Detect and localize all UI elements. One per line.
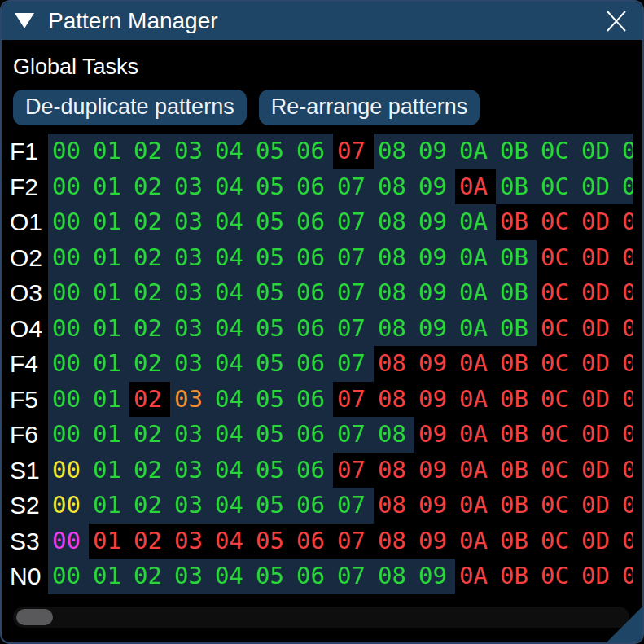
pattern-cell[interactable]: 0B — [496, 453, 537, 488]
pattern-cell[interactable]: 0E — [618, 134, 633, 169]
pattern-cell[interactable]: 04 — [211, 311, 252, 347]
pattern-cell[interactable]: 05 — [252, 275, 292, 311]
pattern-cell[interactable]: 06 — [292, 346, 333, 382]
pattern-cell[interactable]: 08 — [374, 240, 414, 276]
pattern-cell[interactable]: 09 — [414, 382, 455, 418]
pattern-cell[interactable]: 0D — [577, 204, 618, 240]
pattern-cell[interactable]: 03 — [170, 417, 211, 453]
pattern-cell[interactable]: 0B — [496, 382, 537, 418]
pattern-cell[interactable]: 02 — [129, 275, 170, 311]
pattern-cell[interactable]: 01 — [89, 453, 129, 488]
pattern-cell[interactable]: 0A — [455, 169, 496, 205]
pattern-cell[interactable]: 03 — [170, 169, 211, 205]
pattern-cell[interactable]: 05 — [252, 311, 292, 347]
pattern-cell[interactable]: 04 — [211, 240, 252, 276]
pattern-cell[interactable]: 0C — [537, 346, 577, 382]
pattern-cell[interactable]: 08 — [374, 417, 414, 453]
pattern-cell[interactable]: 0B — [496, 524, 537, 559]
pattern-cell[interactable]: 0A — [455, 204, 496, 240]
pattern-cell[interactable]: 0E — [618, 417, 633, 453]
pattern-cell[interactable]: 0B — [496, 417, 537, 453]
pattern-cell[interactable]: 0B — [496, 169, 537, 205]
pattern-cell[interactable]: 03 — [170, 524, 211, 559]
pattern-cell[interactable]: 0B — [496, 488, 537, 524]
pattern-cell[interactable]: 07 — [333, 346, 374, 382]
pattern-cell[interactable]: 0A — [455, 417, 496, 453]
pattern-cell[interactable]: 02 — [129, 311, 170, 347]
pattern-cell[interactable]: 03 — [170, 275, 211, 311]
pattern-cell[interactable]: 03 — [170, 488, 211, 524]
rearrange-patterns-button[interactable]: Re-arrange patterns — [259, 90, 480, 125]
pattern-cell[interactable]: 06 — [292, 488, 333, 524]
pattern-cell[interactable]: 09 — [414, 346, 455, 382]
pattern-cell[interactable]: 0A — [455, 488, 496, 524]
pattern-cell[interactable]: 0E — [618, 488, 633, 524]
pattern-cell[interactable]: 08 — [374, 169, 414, 205]
pattern-cell[interactable]: 01 — [89, 311, 129, 347]
pattern-cell[interactable]: 04 — [211, 559, 252, 594]
pattern-cell[interactable]: 01 — [89, 275, 129, 311]
pattern-cell[interactable]: 04 — [211, 204, 252, 240]
titlebar[interactable]: Pattern Manager — [2, 2, 642, 40]
horizontal-scrollbar[interactable] — [13, 607, 629, 628]
pattern-cell[interactable]: 04 — [211, 417, 252, 453]
pattern-cell[interactable]: 0D — [577, 169, 618, 205]
pattern-cell[interactable]: 0E — [618, 524, 633, 559]
pattern-cell[interactable]: 02 — [129, 417, 170, 453]
pattern-cell[interactable]: 0E — [618, 382, 633, 418]
pattern-cell[interactable]: 02 — [129, 488, 170, 524]
pattern-cell[interactable]: 00 — [48, 275, 89, 311]
pattern-cell[interactable]: 00 — [48, 134, 89, 169]
pattern-cell[interactable]: 09 — [414, 559, 455, 594]
pattern-cell[interactable]: 0E — [618, 311, 633, 347]
pattern-cell[interactable]: 0B — [496, 275, 537, 311]
pattern-cell[interactable]: 05 — [252, 240, 292, 276]
pattern-cell[interactable]: 00 — [48, 417, 89, 453]
pattern-cell[interactable]: 02 — [129, 382, 170, 418]
pattern-cell[interactable]: 04 — [211, 169, 252, 205]
pattern-cell[interactable]: 0E — [618, 169, 633, 205]
pattern-cell[interactable]: 05 — [252, 488, 292, 524]
pattern-cell[interactable]: 05 — [252, 559, 292, 594]
pattern-cell[interactable]: 00 — [48, 382, 89, 418]
pattern-cell[interactable]: 02 — [129, 346, 170, 382]
pattern-cell[interactable]: 07 — [333, 453, 374, 488]
pattern-cell[interactable]: 09 — [414, 169, 455, 205]
pattern-cell[interactable]: 01 — [89, 559, 129, 594]
pattern-cell[interactable]: 09 — [414, 524, 455, 559]
resize-grip-icon[interactable] — [607, 607, 642, 642]
pattern-cell[interactable]: 0A — [455, 524, 496, 559]
pattern-cell[interactable]: 0A — [455, 134, 496, 169]
pattern-cell[interactable]: 06 — [292, 240, 333, 276]
pattern-cell[interactable]: 0A — [455, 311, 496, 347]
pattern-cell[interactable]: 08 — [374, 488, 414, 524]
pattern-cell[interactable]: 09 — [414, 417, 455, 453]
pattern-cell[interactable]: 00 — [48, 453, 89, 488]
pattern-cell[interactable]: 00 — [48, 311, 89, 347]
pattern-cell[interactable]: 0C — [537, 311, 577, 347]
pattern-cell[interactable]: 02 — [129, 169, 170, 205]
pattern-cell[interactable]: 0D — [577, 453, 618, 488]
pattern-cell[interactable]: 0C — [537, 204, 577, 240]
pattern-cell[interactable]: 0C — [537, 524, 577, 559]
pattern-cell[interactable]: 01 — [89, 417, 129, 453]
pattern-cell[interactable]: 01 — [89, 524, 129, 559]
pattern-cell[interactable]: 06 — [292, 204, 333, 240]
pattern-cell[interactable]: 08 — [374, 346, 414, 382]
pattern-cell[interactable]: 02 — [129, 524, 170, 559]
pattern-cell[interactable]: 0A — [455, 453, 496, 488]
pattern-cell[interactable]: 00 — [48, 169, 89, 205]
pattern-cell[interactable]: 09 — [414, 204, 455, 240]
pattern-cell[interactable]: 0C — [537, 453, 577, 488]
pattern-cell[interactable]: 0D — [577, 134, 618, 169]
pattern-cell[interactable]: 0B — [496, 559, 537, 594]
pattern-cell[interactable]: 0A — [455, 240, 496, 276]
pattern-cell[interactable]: 08 — [374, 453, 414, 488]
pattern-cell[interactable]: 05 — [252, 169, 292, 205]
close-icon[interactable] — [603, 8, 629, 34]
pattern-cell[interactable]: 02 — [129, 204, 170, 240]
pattern-cell[interactable]: 02 — [129, 453, 170, 488]
pattern-cell[interactable]: 00 — [48, 240, 89, 276]
pattern-cell[interactable]: 0A — [455, 559, 496, 594]
pattern-cell[interactable]: 0B — [496, 346, 537, 382]
